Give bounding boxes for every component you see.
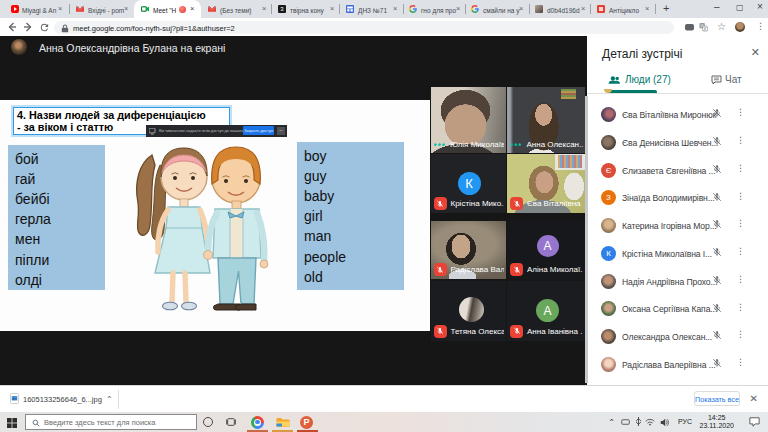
svg-text:文: 文: [703, 26, 707, 31]
